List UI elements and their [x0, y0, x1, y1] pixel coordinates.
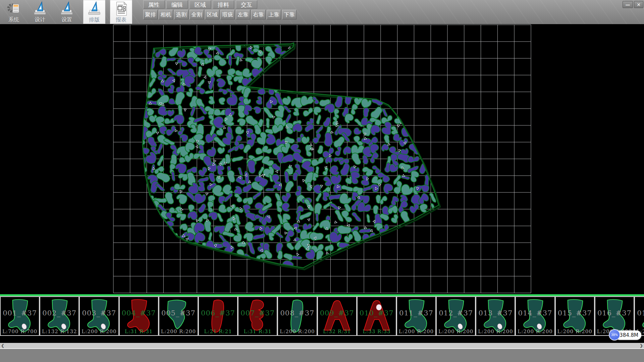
- nesting-ruler-icon: [83, 1, 105, 16]
- part-id-label: 004_#37: [120, 309, 158, 317]
- tool-snap-up[interactable]: 上靠: [267, 10, 281, 19]
- menu-properties[interactable]: 属性: [143, 0, 165, 9]
- part-id-label: 005_#37: [159, 309, 198, 317]
- part-thumbnail[interactable]: 005_#37 L:200 R:200: [159, 296, 198, 336]
- tab-design-label: 设计: [29, 16, 51, 23]
- part-lr-counts: L:200 R:200: [556, 328, 594, 335]
- tab-design[interactable]: 设计: [29, 0, 51, 24]
- part-lr-counts: L:200 R:200: [80, 328, 118, 335]
- memory-percent-badge: 38%: [609, 329, 620, 341]
- part-lr-counts: L:31 R:31: [120, 328, 158, 335]
- menu-interact[interactable]: 交互: [236, 0, 257, 9]
- part-lr-counts: L:200 R:200: [278, 328, 316, 335]
- tab-settings[interactable]: 设置: [56, 0, 78, 24]
- bottom-status-bar: [0, 349, 644, 362]
- part-thumbnail[interactable]: 011_#37 L:200 R:200: [396, 296, 436, 336]
- strip-lower-gap: [0, 336, 644, 343]
- design-ruler-icon: [29, 1, 51, 16]
- part-id-label: 013_#37: [476, 309, 515, 317]
- part-thumbnail[interactable]: 015_#37 L:200 R:200: [555, 296, 595, 336]
- part-lr-counts: L:200 R:200: [159, 328, 198, 335]
- menu-region[interactable]: 区域: [190, 0, 211, 9]
- nesting-viewport[interactable]: [0, 24, 644, 295]
- part-lr-counts: L:700 R:700: [1, 328, 39, 335]
- part-thumbnail[interactable]: 014_#37 L:200 R:200: [515, 296, 555, 336]
- strip-accent-line: [0, 294, 644, 296]
- part-thumbnail[interactable]: 001_#37 L:700 R:700: [0, 296, 40, 336]
- part-thumbnail[interactable]: 012_#37 L:200 R:200: [436, 296, 476, 336]
- tab-report[interactable]: 报表: [110, 0, 132, 24]
- tool-cut-all[interactable]: 全割: [190, 10, 204, 19]
- part-id-label: 003_#37: [80, 309, 118, 317]
- scroll-left-icon[interactable]: ❮: [0, 343, 5, 348]
- part-thumbnail[interactable]: 007_#37 L:31 R:31: [238, 296, 277, 336]
- part-lr-counts: L:200 R:200: [516, 328, 554, 335]
- part-id-label: 015_#37: [556, 309, 594, 317]
- tab-system-label: 系统: [3, 16, 25, 23]
- tool-snap-down[interactable]: 下靠: [282, 10, 297, 19]
- part-lr-counts: L:200 R:200: [476, 328, 515, 335]
- part-id-label: 016_#37: [595, 309, 634, 317]
- part-lr-counts: L:21 R:21: [199, 328, 237, 335]
- part-id-label: 007_#37: [238, 309, 277, 317]
- part-id-label: 006_#37: [199, 309, 237, 317]
- part-lr-counts: L:200 R:200: [437, 328, 475, 335]
- part-thumbnail[interactable]: 003_#37 L:200 R:200: [79, 296, 119, 336]
- part-id-label: 017_#37: [635, 309, 644, 317]
- part-thumbnail[interactable]: 010_#37 L:33 R:33: [357, 296, 396, 336]
- tool-select-cut[interactable]: 选割: [174, 10, 189, 19]
- minimize-button[interactable]: —: [623, 1, 633, 8]
- menu-edit[interactable]: 编辑: [166, 0, 188, 9]
- menu-nesting[interactable]: 排料: [213, 0, 234, 9]
- tab-system[interactable]: 系统: [3, 0, 25, 24]
- part-lr-counts: L:32 R:31: [318, 328, 356, 335]
- part-id-label: 008_#37: [278, 309, 316, 317]
- report-doc-icon: [110, 1, 132, 16]
- main-toolbar: 系统 设计 设置: [0, 0, 644, 24]
- parts-thumbnail-strip: 001_#37 L:700 R:700 002_#37 L:132 R:132 …: [0, 296, 644, 336]
- part-lr-counts: L:132 R:132: [40, 328, 78, 335]
- part-id-label: 011_#37: [397, 309, 435, 317]
- tab-report-label: 报表: [110, 16, 132, 23]
- tool-snap-left[interactable]: 左靠: [236, 10, 250, 19]
- part-id-label: 012_#37: [437, 309, 475, 317]
- tab-settings-label: 设置: [56, 16, 78, 23]
- part-thumbnail[interactable]: 006_#37 L:21 R:21: [198, 296, 238, 336]
- nesting-canvas-svg: [0, 24, 644, 295]
- part-id-label: 010_#37: [358, 309, 396, 317]
- settings-ruler-icon: [56, 1, 78, 16]
- part-lr-counts: L:200 R:200: [397, 328, 435, 335]
- scroll-right-icon[interactable]: ❯: [639, 343, 644, 348]
- app-window: 系统 设计 设置: [0, 0, 644, 362]
- tool-camera[interactable]: 相机: [159, 10, 173, 19]
- part-id-label: 002_#37: [40, 309, 78, 317]
- part-lr-counts: L:31 R:31: [238, 328, 277, 335]
- tab-nesting-active[interactable]: 排版: [83, 0, 105, 24]
- tool-defect[interactable]: 瑕疵: [220, 10, 235, 19]
- horizontal-scrollbar[interactable]: ❮ ❯: [0, 343, 644, 348]
- tab-nesting-label: 排版: [83, 16, 105, 23]
- part-thumbnail[interactable]: 008_#37 L:200 R:200: [277, 296, 317, 336]
- part-thumbnail[interactable]: 004_#37 L:31 R:31: [119, 296, 159, 336]
- system-gear-icon: [3, 1, 25, 16]
- part-lr-counts: L:33 R:33: [358, 328, 396, 335]
- part-id-label: 014_#37: [516, 309, 554, 317]
- tool-snap-right[interactable]: 右靠: [251, 10, 266, 19]
- part-thumbnail[interactable]: 017_#37 L:200 R:200: [634, 296, 644, 336]
- close-button[interactable]: ✕: [634, 1, 643, 8]
- part-thumbnail[interactable]: 013_#37 L:200 R:200: [476, 296, 515, 336]
- part-thumbnail[interactable]: 009_#37 L:32 R:31: [317, 296, 357, 336]
- tool-region[interactable]: 区域: [205, 10, 219, 19]
- part-id-label: 001_#37: [1, 309, 39, 317]
- part-id-label: 009_#37: [318, 309, 356, 317]
- part-thumbnail[interactable]: 002_#37 L:132 R:132: [40, 296, 79, 336]
- tool-cluster-nest[interactable]: 聚排: [143, 10, 158, 19]
